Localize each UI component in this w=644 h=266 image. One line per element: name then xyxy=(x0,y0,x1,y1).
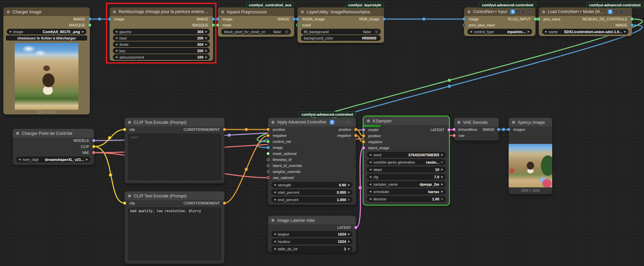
collapse-dot-icon[interactable] xyxy=(542,10,545,13)
combo-left-arrow-icon[interactable]: ◀ xyxy=(369,190,371,193)
decrement-arrow-icon[interactable]: ◀ xyxy=(274,198,276,201)
output-socket-reseau-de-controle[interactable] xyxy=(631,18,634,21)
decrement-arrow-icon[interactable]: ◀ xyxy=(274,247,276,250)
increment-arrow-icon[interactable]: ▶ xyxy=(441,175,443,178)
combo-left-arrow-icon[interactable]: ◀ xyxy=(9,30,11,33)
collapse-dot-icon[interactable] xyxy=(128,121,131,124)
combo-left-arrow-icon[interactable]: ◀ xyxy=(369,183,371,186)
widget-bas[interactable]: ◀ bas 200 ▶ xyxy=(113,48,210,54)
widget-adoucissement[interactable]: ◀ adoucissement 100 ▶ xyxy=(113,54,210,60)
widget-hauteur[interactable]: ◀ hauteur 1024 ▶ xyxy=(271,239,352,244)
input-socket-image[interactable] xyxy=(267,146,270,149)
upload-file-button[interactable]: choisissez le fichier à télécharger xyxy=(6,35,87,40)
combo-right-arrow-icon[interactable]: ▶ xyxy=(441,190,443,193)
output-socket-image[interactable] xyxy=(631,24,634,27)
output-socket-latent[interactable] xyxy=(448,128,451,131)
input-socket-image[interactable] xyxy=(216,18,219,21)
combo-model-name[interactable]: ◀ name SDXL\controlnet-union-sdxl-1.0...… xyxy=(542,29,629,34)
input-socket-negative[interactable] xyxy=(267,134,270,137)
input-socket-prev-plus-input[interactable] xyxy=(463,24,466,27)
input-socket-positive[interactable] xyxy=(267,128,270,131)
input-socket-mask-optional[interactable] xyxy=(267,152,270,155)
node-title-bar[interactable]: Charger Point de Contrôle xyxy=(13,129,94,138)
input-socket-latent-image[interactable] xyxy=(362,147,365,150)
increment-arrow-icon[interactable]: ▶ xyxy=(348,191,350,194)
prompt-textarea[interactable]: text xyxy=(128,134,221,180)
collapse-dot-icon[interactable] xyxy=(113,10,116,13)
increment-arrow-icon[interactable]: ▶ xyxy=(205,30,207,33)
widget-haut[interactable]: ◀ haut 200 ▶ xyxy=(113,35,210,41)
widget-largeur[interactable]: ◀ largeur 1024 ▶ xyxy=(271,231,352,237)
decrement-arrow-icon[interactable]: ◀ xyxy=(274,183,276,186)
node-image-remove-alpha[interactable]: LayerUtility: ImageRemoveAlpha RGBA_imag… xyxy=(298,7,384,43)
node-title-bar[interactable]: Load ControlNet++ Model (Multi) 文 A C N xyxy=(539,7,632,16)
increment-arrow-icon[interactable]: ▶ xyxy=(348,240,350,243)
input-socket-image[interactable] xyxy=(463,18,466,21)
node-title-bar[interactable]: VAE Decode xyxy=(454,118,499,126)
output-socket-modele[interactable] xyxy=(92,139,95,142)
output-socket-conditionnement[interactable] xyxy=(223,202,226,205)
input-socket-mask[interactable] xyxy=(296,24,299,27)
node-title-bar[interactable]: CLIP Text Encode (Prompt) xyxy=(125,118,224,126)
combo-left-arrow-icon[interactable]: ◀ xyxy=(470,30,472,33)
node-empty-latent[interactable]: Image Latente Vide LATENT ◀ largeur 1024… xyxy=(268,216,356,252)
output-socket-image[interactable] xyxy=(88,18,91,21)
input-socket-mask[interactable] xyxy=(216,24,219,27)
node-apercu-image[interactable]: Aperçu Image images 1024 × 1024 xyxy=(509,118,552,194)
decrement-arrow-icon[interactable]: ◀ xyxy=(369,168,371,171)
output-socket-clip[interactable] xyxy=(92,145,95,148)
output-socket-masque[interactable] xyxy=(88,24,91,27)
collapse-dot-icon[interactable] xyxy=(128,194,131,197)
input-socket-timestep-kf[interactable] xyxy=(267,158,270,161)
input-socket-latent-kf-override[interactable] xyxy=(267,164,270,167)
output-socket-rgb-image[interactable] xyxy=(383,18,386,21)
decrement-arrow-icon[interactable]: ◀ xyxy=(369,153,371,156)
input-socket-rgba-image[interactable] xyxy=(296,18,299,21)
increment-arrow-icon[interactable]: ▶ xyxy=(441,197,443,200)
node-title-bar[interactable]: ControlNet++ Input 文 A C N xyxy=(464,7,535,16)
decrement-arrow-icon[interactable]: ◀ xyxy=(115,36,117,39)
output-socket-image[interactable] xyxy=(497,128,500,131)
input-socket-images[interactable] xyxy=(507,128,510,131)
combo-right-arrow-icon[interactable]: ▶ xyxy=(441,183,443,186)
widget-steps[interactable]: ◀ steps 10 ▶ xyxy=(367,167,446,172)
output-socket-conditionnement[interactable] xyxy=(223,128,226,131)
combo-right-arrow-icon[interactable]: ▶ xyxy=(624,30,626,33)
node-title-bar[interactable]: Apply Advanced ControlNet 文 A C N xyxy=(268,118,356,126)
decrement-arrow-icon[interactable]: ◀ xyxy=(115,56,117,59)
collapse-dot-icon[interactable] xyxy=(457,121,460,124)
decrement-arrow-icon[interactable]: ◀ xyxy=(115,43,117,46)
prompt-textarea[interactable]: bad quality, low resolution, blurry xyxy=(128,207,221,260)
combo-left-arrow-icon[interactable]: ◀ xyxy=(369,161,371,164)
collapse-dot-icon[interactable] xyxy=(16,132,19,135)
node-title-bar[interactable]: Inpaint Preprocessor xyxy=(218,7,294,16)
input-socket-plus-input[interactable] xyxy=(537,18,540,21)
node-apply-advanced-controlnet[interactable]: Apply Advanced ControlNet 文 A C N positi… xyxy=(268,118,356,205)
collapse-dot-icon[interactable] xyxy=(271,219,274,222)
image-file-combo[interactable]: ◀ image ComfyUI_00170_.png ▶ xyxy=(7,29,86,34)
widget-background-color[interactable]: background_color #000000 xyxy=(301,35,381,41)
decrement-arrow-icon[interactable]: ◀ xyxy=(115,49,117,52)
output-socket-image[interactable] xyxy=(293,18,296,21)
collapse-dot-icon[interactable] xyxy=(301,10,304,13)
increment-arrow-icon[interactable]: ▶ xyxy=(205,56,207,59)
widget-seed[interactable]: ◀ seed 576432407568355 ▶ xyxy=(367,152,446,158)
decrement-arrow-icon[interactable]: ◀ xyxy=(274,233,276,236)
node-title-bar[interactable]: Image Latente Vide xyxy=(268,216,356,225)
decrement-arrow-icon[interactable]: ◀ xyxy=(274,240,276,243)
collapse-dot-icon[interactable] xyxy=(7,10,10,13)
widget-start-percent[interactable]: ◀ start_percent 0.000 ▶ xyxy=(271,189,352,195)
output-socket-vae[interactable] xyxy=(92,151,95,154)
collapse-dot-icon[interactable] xyxy=(221,10,224,13)
collapse-dot-icon[interactable] xyxy=(512,121,515,124)
input-socket-positive[interactable] xyxy=(362,135,365,138)
combo-control-type[interactable]: ◀ control_type inpaint/o... ▶ xyxy=(467,29,532,34)
input-socket-clip[interactable] xyxy=(123,202,126,205)
increment-arrow-icon[interactable]: ▶ xyxy=(348,247,350,250)
node-clip-text-encode-negative[interactable]: CLIP Text Encode (Prompt) clip CONDITION… xyxy=(125,191,224,264)
toggle-black-pixel[interactable]: black_pixel_for_xinsir_cn false xyxy=(221,29,291,34)
input-socket-vae-optional[interactable] xyxy=(267,176,270,179)
increment-arrow-icon[interactable]: ▶ xyxy=(441,168,443,171)
combo-left-arrow-icon[interactable]: ◀ xyxy=(18,158,20,161)
widget-denoise[interactable]: ◀ denoise 1.00 ▶ xyxy=(367,196,446,202)
